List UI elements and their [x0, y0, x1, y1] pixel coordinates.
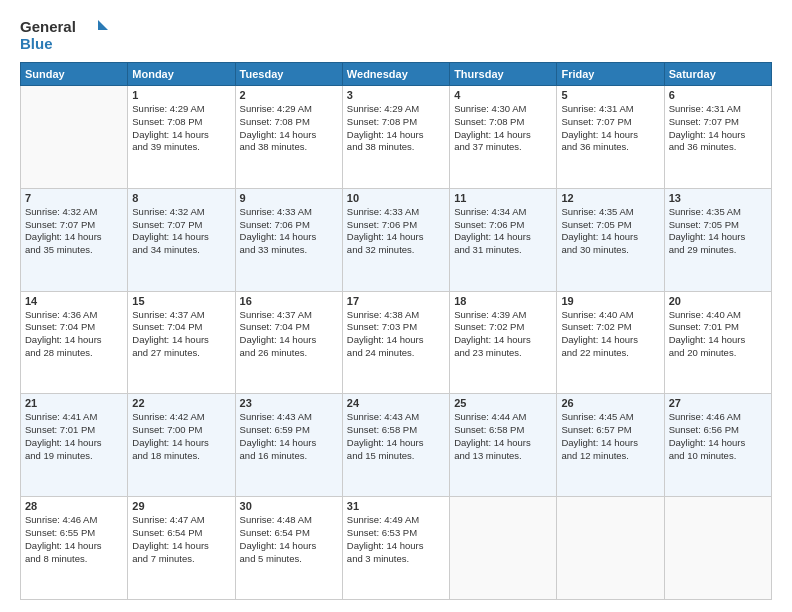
day-info: Sunrise: 4:33 AMSunset: 7:06 PMDaylight:… [240, 206, 338, 257]
col-header-thursday: Thursday [450, 63, 557, 86]
day-cell: 9Sunrise: 4:33 AMSunset: 7:06 PMDaylight… [235, 188, 342, 291]
day-info: Sunrise: 4:32 AMSunset: 7:07 PMDaylight:… [132, 206, 230, 257]
day-number: 9 [240, 192, 338, 204]
week-row-5: 28Sunrise: 4:46 AMSunset: 6:55 PMDayligh… [21, 497, 772, 600]
day-number: 28 [25, 500, 123, 512]
day-number: 7 [25, 192, 123, 204]
day-info: Sunrise: 4:40 AMSunset: 7:01 PMDaylight:… [669, 309, 767, 360]
day-cell: 5Sunrise: 4:31 AMSunset: 7:07 PMDaylight… [557, 86, 664, 189]
col-header-sunday: Sunday [21, 63, 128, 86]
logo: General Blue [20, 16, 110, 54]
day-cell: 11Sunrise: 4:34 AMSunset: 7:06 PMDayligh… [450, 188, 557, 291]
day-number: 27 [669, 397, 767, 409]
day-info: Sunrise: 4:36 AMSunset: 7:04 PMDaylight:… [25, 309, 123, 360]
col-header-wednesday: Wednesday [342, 63, 449, 86]
col-header-friday: Friday [557, 63, 664, 86]
day-info: Sunrise: 4:39 AMSunset: 7:02 PMDaylight:… [454, 309, 552, 360]
day-info: Sunrise: 4:42 AMSunset: 7:00 PMDaylight:… [132, 411, 230, 462]
day-cell: 17Sunrise: 4:38 AMSunset: 7:03 PMDayligh… [342, 291, 449, 394]
day-cell: 19Sunrise: 4:40 AMSunset: 7:02 PMDayligh… [557, 291, 664, 394]
col-header-saturday: Saturday [664, 63, 771, 86]
day-number: 15 [132, 295, 230, 307]
day-info: Sunrise: 4:37 AMSunset: 7:04 PMDaylight:… [240, 309, 338, 360]
day-info: Sunrise: 4:41 AMSunset: 7:01 PMDaylight:… [25, 411, 123, 462]
day-cell: 23Sunrise: 4:43 AMSunset: 6:59 PMDayligh… [235, 394, 342, 497]
day-number: 1 [132, 89, 230, 101]
day-info: Sunrise: 4:35 AMSunset: 7:05 PMDaylight:… [561, 206, 659, 257]
day-number: 24 [347, 397, 445, 409]
day-cell [21, 86, 128, 189]
day-info: Sunrise: 4:37 AMSunset: 7:04 PMDaylight:… [132, 309, 230, 360]
day-cell: 3Sunrise: 4:29 AMSunset: 7:08 PMDaylight… [342, 86, 449, 189]
day-number: 29 [132, 500, 230, 512]
day-number: 13 [669, 192, 767, 204]
day-number: 31 [347, 500, 445, 512]
day-cell: 21Sunrise: 4:41 AMSunset: 7:01 PMDayligh… [21, 394, 128, 497]
day-number: 25 [454, 397, 552, 409]
day-cell: 25Sunrise: 4:44 AMSunset: 6:58 PMDayligh… [450, 394, 557, 497]
day-info: Sunrise: 4:38 AMSunset: 7:03 PMDaylight:… [347, 309, 445, 360]
day-info: Sunrise: 4:31 AMSunset: 7:07 PMDaylight:… [561, 103, 659, 154]
day-number: 23 [240, 397, 338, 409]
day-cell: 27Sunrise: 4:46 AMSunset: 6:56 PMDayligh… [664, 394, 771, 497]
calendar-table: SundayMondayTuesdayWednesdayThursdayFrid… [20, 62, 772, 600]
day-cell: 15Sunrise: 4:37 AMSunset: 7:04 PMDayligh… [128, 291, 235, 394]
day-info: Sunrise: 4:31 AMSunset: 7:07 PMDaylight:… [669, 103, 767, 154]
day-number: 22 [132, 397, 230, 409]
day-cell [450, 497, 557, 600]
day-info: Sunrise: 4:45 AMSunset: 6:57 PMDaylight:… [561, 411, 659, 462]
page: General Blue SundayMondayTuesdayWednesda… [0, 0, 792, 612]
day-info: Sunrise: 4:47 AMSunset: 6:54 PMDaylight:… [132, 514, 230, 565]
day-info: Sunrise: 4:29 AMSunset: 7:08 PMDaylight:… [132, 103, 230, 154]
day-info: Sunrise: 4:29 AMSunset: 7:08 PMDaylight:… [347, 103, 445, 154]
week-row-4: 21Sunrise: 4:41 AMSunset: 7:01 PMDayligh… [21, 394, 772, 497]
day-number: 5 [561, 89, 659, 101]
svg-text:General: General [20, 18, 76, 35]
day-cell: 10Sunrise: 4:33 AMSunset: 7:06 PMDayligh… [342, 188, 449, 291]
day-info: Sunrise: 4:46 AMSunset: 6:55 PMDaylight:… [25, 514, 123, 565]
calendar-header-row: SundayMondayTuesdayWednesdayThursdayFrid… [21, 63, 772, 86]
day-cell: 12Sunrise: 4:35 AMSunset: 7:05 PMDayligh… [557, 188, 664, 291]
day-info: Sunrise: 4:43 AMSunset: 6:59 PMDaylight:… [240, 411, 338, 462]
day-number: 10 [347, 192, 445, 204]
day-cell: 30Sunrise: 4:48 AMSunset: 6:54 PMDayligh… [235, 497, 342, 600]
day-number: 20 [669, 295, 767, 307]
day-cell: 24Sunrise: 4:43 AMSunset: 6:58 PMDayligh… [342, 394, 449, 497]
day-cell [664, 497, 771, 600]
day-info: Sunrise: 4:33 AMSunset: 7:06 PMDaylight:… [347, 206, 445, 257]
svg-text:Blue: Blue [20, 35, 53, 52]
day-number: 6 [669, 89, 767, 101]
day-cell: 4Sunrise: 4:30 AMSunset: 7:08 PMDaylight… [450, 86, 557, 189]
week-row-2: 7Sunrise: 4:32 AMSunset: 7:07 PMDaylight… [21, 188, 772, 291]
day-info: Sunrise: 4:46 AMSunset: 6:56 PMDaylight:… [669, 411, 767, 462]
day-number: 19 [561, 295, 659, 307]
day-info: Sunrise: 4:30 AMSunset: 7:08 PMDaylight:… [454, 103, 552, 154]
day-info: Sunrise: 4:29 AMSunset: 7:08 PMDaylight:… [240, 103, 338, 154]
day-info: Sunrise: 4:32 AMSunset: 7:07 PMDaylight:… [25, 206, 123, 257]
day-number: 17 [347, 295, 445, 307]
day-cell: 31Sunrise: 4:49 AMSunset: 6:53 PMDayligh… [342, 497, 449, 600]
day-cell: 20Sunrise: 4:40 AMSunset: 7:01 PMDayligh… [664, 291, 771, 394]
day-number: 18 [454, 295, 552, 307]
day-cell: 7Sunrise: 4:32 AMSunset: 7:07 PMDaylight… [21, 188, 128, 291]
day-number: 2 [240, 89, 338, 101]
week-row-1: 1Sunrise: 4:29 AMSunset: 7:08 PMDaylight… [21, 86, 772, 189]
day-cell [557, 497, 664, 600]
header: General Blue [20, 16, 772, 54]
day-cell: 29Sunrise: 4:47 AMSunset: 6:54 PMDayligh… [128, 497, 235, 600]
day-number: 12 [561, 192, 659, 204]
day-info: Sunrise: 4:44 AMSunset: 6:58 PMDaylight:… [454, 411, 552, 462]
svg-marker-2 [98, 20, 108, 30]
col-header-tuesday: Tuesday [235, 63, 342, 86]
day-number: 4 [454, 89, 552, 101]
day-cell: 22Sunrise: 4:42 AMSunset: 7:00 PMDayligh… [128, 394, 235, 497]
day-number: 30 [240, 500, 338, 512]
day-info: Sunrise: 4:49 AMSunset: 6:53 PMDaylight:… [347, 514, 445, 565]
day-info: Sunrise: 4:34 AMSunset: 7:06 PMDaylight:… [454, 206, 552, 257]
day-info: Sunrise: 4:40 AMSunset: 7:02 PMDaylight:… [561, 309, 659, 360]
week-row-3: 14Sunrise: 4:36 AMSunset: 7:04 PMDayligh… [21, 291, 772, 394]
day-number: 21 [25, 397, 123, 409]
day-cell: 13Sunrise: 4:35 AMSunset: 7:05 PMDayligh… [664, 188, 771, 291]
day-number: 16 [240, 295, 338, 307]
day-number: 26 [561, 397, 659, 409]
